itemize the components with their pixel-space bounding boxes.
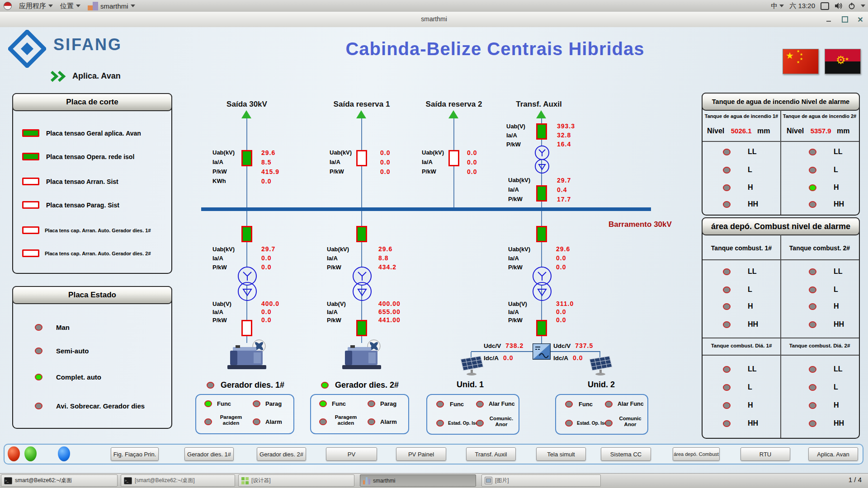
notification-icon[interactable] <box>821 2 829 10</box>
close-button[interactable]: ✕ <box>856 15 864 23</box>
speaker-icon[interactable] <box>835 2 843 9</box>
pv-branch-line <box>551 351 600 352</box>
nav-button-area-depo-combust[interactable]: área depó. Combust <box>673 447 720 461</box>
breaker-gen2-lv[interactable] <box>356 320 367 336</box>
status-led <box>319 400 327 407</box>
panel-placa-de-corte: Placa de corte Placa tensao Geral aplica… <box>12 93 172 274</box>
logo-text: SIFANG <box>53 35 122 54</box>
alarm-led <box>723 167 731 174</box>
measure-value: 0.0 <box>467 168 477 175</box>
menu-applications[interactable]: 应用程序 <box>15 0 57 12</box>
nivel-label: Nível <box>707 127 724 135</box>
maximize-button[interactable] <box>841 15 849 23</box>
gen2-status-box: Func Parag Paragem aciden Alarm <box>310 394 409 434</box>
nav-button-sistema-cc[interactable]: Sistema CC <box>601 447 651 461</box>
measure-value: 29.7 <box>261 245 275 253</box>
screen: 应用程序 位置 smarthmi 中 六 13:20 <box>0 0 868 488</box>
pv-unit2-status-box: Func Alar Func Estad. Op. Isol Comunic A… <box>555 394 648 435</box>
measure-value: 0.4 <box>557 186 571 193</box>
nav-button-rtu[interactable]: RTU <box>741 447 790 461</box>
status-led <box>204 400 212 407</box>
desktop-top-bar: 应用程序 位置 smarthmi 中 六 13:20 <box>0 0 868 12</box>
status-label: Comunic Anor <box>616 416 645 427</box>
breaker-reserva1[interactable] <box>356 150 367 166</box>
menu-places[interactable]: 位置 <box>57 0 84 12</box>
status-led <box>436 420 444 427</box>
dc-measure: Udc/V 737.5 <box>553 342 593 349</box>
status-led <box>565 420 573 427</box>
measure-label: P/kW <box>212 317 261 324</box>
transformer-icon <box>532 267 552 302</box>
workspace-pager[interactable]: 1 / 4 <box>849 476 862 483</box>
nav-button-transf-auxil[interactable]: Transf. Auxil <box>466 447 516 461</box>
taskbar-item-designer[interactable]: [设计器] <box>238 474 354 487</box>
breaker-gen1-lv[interactable] <box>241 320 252 336</box>
alarm-led <box>723 420 731 427</box>
breaker-gen2-bus[interactable] <box>356 226 367 242</box>
taskbar-item-terminal-2[interactable]: >_ [smart@Belize62:~/桌面] <box>121 474 235 487</box>
alarm-led <box>809 321 816 328</box>
nav-button-gerador-dies-1[interactable]: Gerador dies. 1# <box>184 447 234 461</box>
dc-measure: Udc/V 738.2 <box>484 342 524 349</box>
estado-item-label: Complet. auto <box>56 373 101 381</box>
breaker-pv-lv[interactable] <box>536 320 547 336</box>
level-label: L <box>748 383 752 391</box>
placa-item: Placa tensao Parag. Sist <box>22 201 119 209</box>
nivel-label: Nível <box>787 127 804 135</box>
nav-button-pv-painel[interactable]: PV Painel <box>396 447 446 461</box>
status-led <box>204 418 212 425</box>
plate-indicator <box>22 129 39 137</box>
nav-button-fig-fiacao-prin[interactable]: Fig. Fiaçao Prin. <box>111 447 159 461</box>
measure-value: 8.8 <box>378 254 396 262</box>
taskbar-item-smarthmi[interactable]: smarthmi <box>360 474 476 487</box>
measure-value: 0.0 <box>503 354 513 361</box>
level-label: H <box>834 401 839 409</box>
panel-tanque-agua: Tanque de agua de incendio Nivel de alar… <box>702 93 860 216</box>
estado-item: Avi. Sobrecar. Gerador dies <box>35 402 145 410</box>
breaker-reserva2[interactable] <box>448 150 459 166</box>
breaker-saida30[interactable] <box>241 150 252 166</box>
nivel-unit: mm <box>757 127 770 135</box>
arrow-up-icon <box>241 110 251 118</box>
nav-button-gerador-dies-2[interactable]: Gerador dies. 2# <box>257 447 306 461</box>
breaker-pv-bus[interactable] <box>536 226 547 242</box>
nav-button-aplica-avan[interactable]: Aplica. Avan <box>808 447 858 461</box>
distro-menu-icon[interactable] <box>0 0 15 12</box>
alarm-led <box>723 303 731 310</box>
measure-label: Idc/A <box>553 355 568 361</box>
placa-item: Placa tensao Opera. rede isol <box>22 153 134 160</box>
measure-label: P/kW <box>508 317 556 324</box>
input-method-switcher[interactable]: 中 <box>771 2 784 10</box>
nav-button-pv[interactable]: PV <box>326 447 377 461</box>
measure-value: 0.0 <box>380 168 390 175</box>
clock[interactable]: 六 13:20 <box>789 2 815 10</box>
status-label: Func <box>332 400 346 407</box>
nav-button-tela-simult[interactable]: Tela simult <box>536 447 586 461</box>
measure-label: Ia/A <box>422 159 467 165</box>
tank-name: Tanque combust. Diá. 1# <box>703 343 780 348</box>
measure-value: 0.0 <box>261 263 275 271</box>
menu-smarthmi[interactable]: smarthmi <box>84 0 139 12</box>
taskbar-item-terminal-1[interactable]: >_ smart@Belize62:~/桌面 <box>1 474 118 487</box>
measure-label: Idc/A <box>484 355 499 361</box>
minimize-button[interactable] <box>825 15 833 23</box>
busbar-30kv <box>201 207 651 211</box>
gen1-status-box: Func Parag Paragem aciden Alarm <box>195 394 294 434</box>
level-label: L <box>834 166 838 174</box>
taskbar-item-image-viewer[interactable]: [图片] <box>481 474 601 487</box>
level-label: H <box>748 401 753 409</box>
placa-item-label: Placa tensao Geral aplica. Avan <box>46 130 141 137</box>
breaker-gen1-bus[interactable] <box>241 226 252 242</box>
panel-placa-estado-title: Placa Estado <box>12 286 172 304</box>
breaker-transf-top[interactable] <box>536 123 547 140</box>
panel-combust-title: área depó. Combust nivel de alarme <box>702 217 860 235</box>
alarm-led <box>809 384 816 391</box>
estado-item: Complet. auto <box>35 373 101 381</box>
estado-item: Man <box>35 324 70 331</box>
menu-applications-label: 应用程序 <box>19 2 46 10</box>
measure-value: 415.9 <box>261 168 279 175</box>
power-icon[interactable] <box>848 2 855 9</box>
breaker-transf-mid[interactable] <box>536 185 547 202</box>
measure-label: P/kW <box>330 168 380 175</box>
level-label: H <box>834 183 839 192</box>
